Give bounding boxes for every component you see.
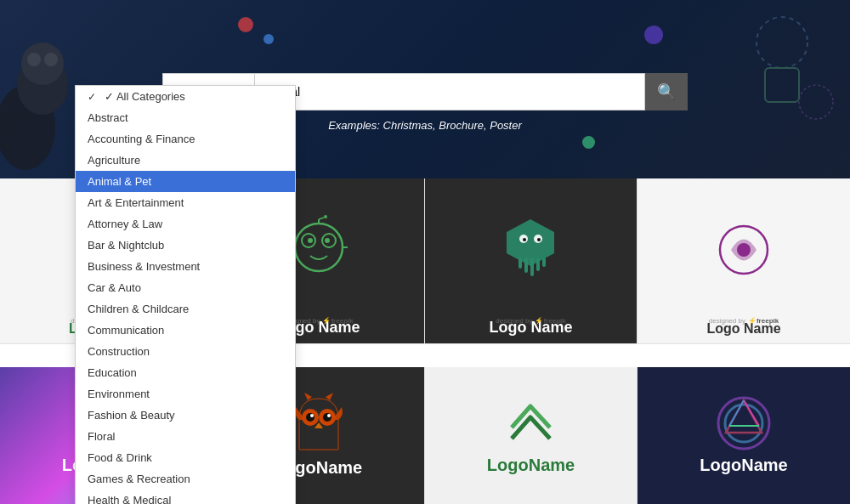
svg-rect-7 [765, 68, 799, 102]
logo-visual-4 [638, 178, 850, 321]
dropdown-item-11[interactable]: Communication [76, 320, 295, 341]
svg-point-31 [537, 238, 541, 241]
dropdown-item-12[interactable]: Construction [76, 341, 295, 362]
logo-visual-8 [712, 392, 776, 456]
svg-point-19 [324, 215, 327, 218]
logo-card-3[interactable]: Logo Name designed by⚡freepik [425, 178, 638, 344]
dropdown-item-15[interactable]: Fashion & Beauty [76, 405, 295, 426]
dropdown-item-13[interactable]: Education [76, 362, 295, 383]
svg-marker-22 [507, 219, 554, 266]
hero-deco-right [680, 0, 850, 178]
logo-visual-7 [499, 392, 563, 456]
svg-point-42 [327, 414, 331, 417]
dropdown-item-8[interactable]: Business & Investment [76, 256, 295, 277]
svg-rect-24 [530, 258, 534, 276]
svg-point-41 [310, 414, 314, 417]
dropdown-item-18[interactable]: Games & Recreation [76, 468, 295, 490]
category-dropdown: ✓ All Categories Abstract Accounting & F… [75, 85, 296, 504]
examples-text: Examples: Christmas, Brochure, Poster [328, 119, 522, 132]
svg-point-5 [756, 17, 808, 68]
dropdown-item-19[interactable]: Health & Medical [76, 490, 295, 504]
search-icon: 🔍 [657, 82, 676, 101]
logo-card-8[interactable]: LogoName [638, 367, 850, 504]
search-input[interactable] [254, 73, 645, 110]
logo-card-4[interactable]: Logo Name designed by⚡freepik [638, 178, 850, 344]
logo-name-7: LogoName [487, 456, 575, 479]
svg-point-2 [21, 42, 64, 85]
svg-rect-25 [536, 258, 540, 271]
dropdown-item-1[interactable]: Abstract [76, 107, 295, 128]
logo-name-8: LogoName [700, 456, 787, 479]
svg-rect-23 [524, 258, 528, 273]
dropdown-item-16[interactable]: Floral [76, 426, 295, 447]
dropdown-item-14[interactable]: Environment [76, 383, 295, 405]
svg-point-30 [523, 238, 526, 241]
hero-deco-dot-purple [644, 25, 663, 44]
dropdown-item-4[interactable]: Animal & Pet [76, 171, 295, 192]
logo-visual-6 [289, 390, 348, 458]
hero-deco-dot-green [582, 136, 595, 149]
svg-line-18 [319, 218, 324, 219]
examples-values: Christmas, Brochure, Poster [383, 119, 522, 132]
dropdown-item-0[interactable]: ✓ All Categories [76, 86, 295, 107]
designer-tag-4: designed by⚡freepik [709, 317, 779, 325]
logo-card-7[interactable]: LogoName [425, 367, 638, 504]
designer-tag-3: designed by⚡freepik [496, 317, 565, 325]
dropdown-item-9[interactable]: Car & Auto [76, 277, 295, 298]
svg-point-16 [325, 238, 330, 243]
dropdown-item-2[interactable]: Accounting & Finance [76, 128, 295, 150]
svg-point-15 [308, 238, 313, 243]
logo-visual-3 [425, 178, 637, 319]
hero-deco-dot-red [238, 17, 253, 32]
dropdown-item-7[interactable]: Bar & Nightclub [76, 235, 295, 256]
svg-point-3 [27, 53, 41, 66]
search-button[interactable]: 🔍 [645, 73, 688, 110]
svg-point-33 [737, 243, 751, 257]
svg-rect-26 [518, 258, 522, 269]
dropdown-item-10[interactable]: Children & Childcare [76, 298, 295, 320]
examples-label: Examples: [328, 119, 380, 132]
hero-deco-dot-blue [264, 34, 274, 44]
svg-point-39 [306, 413, 314, 422]
svg-marker-45 [326, 393, 333, 400]
dropdown-item-6[interactable]: Attorney & Law [76, 213, 295, 235]
dropdown-item-17[interactable]: Food & Drink [76, 447, 295, 468]
svg-point-40 [323, 413, 332, 422]
svg-point-4 [44, 53, 58, 66]
svg-marker-44 [304, 393, 312, 400]
dropdown-item-3[interactable]: Agriculture [76, 150, 295, 171]
svg-point-6 [799, 85, 833, 119]
svg-rect-27 [542, 258, 546, 267]
dropdown-item-5[interactable]: Art & Entertainment [76, 192, 295, 213]
svg-point-12 [295, 224, 343, 271]
